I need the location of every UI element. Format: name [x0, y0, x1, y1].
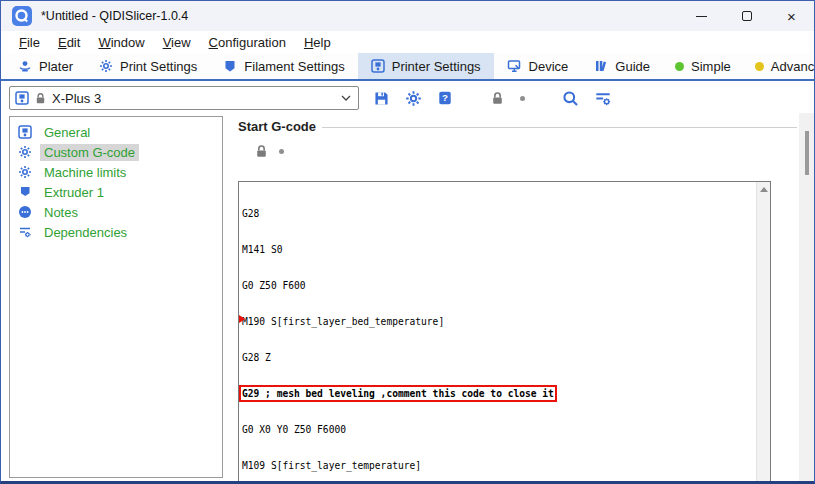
tab-guide[interactable]: Guide	[581, 53, 663, 79]
sidebar-item-custom-gcode[interactable]: Custom G-code	[10, 142, 222, 162]
sidebar-item-label: Notes	[40, 204, 82, 221]
sidebar-item-dependencies[interactable]: Dependencies	[10, 222, 222, 242]
dependencies-icon	[18, 225, 32, 239]
minimize-icon	[696, 16, 707, 17]
sidebar-item-label: General	[40, 124, 94, 141]
gcode-line: G28 Z	[242, 352, 756, 364]
tab-bar: Plater Print Settings Filament Settings …	[1, 53, 814, 81]
tab-print-settings[interactable]: Print Settings	[86, 53, 210, 79]
printer-preset-combo[interactable]: X-Plus 3	[9, 86, 359, 110]
svg-text:?: ?	[442, 92, 448, 103]
lock-icon	[34, 92, 47, 105]
close-button[interactable]: ×	[769, 1, 814, 31]
gcode-line: G0 Z50 F600	[242, 280, 756, 292]
gear-icon	[18, 165, 32, 179]
save-preset-button[interactable]	[373, 90, 390, 107]
tab-filament-settings[interactable]: Filament Settings	[210, 53, 357, 79]
sidebar-item-label: Custom G-code	[40, 144, 139, 161]
menu-configuration[interactable]: Configuration	[200, 33, 295, 52]
chevron-down-icon	[341, 95, 351, 101]
preset-settings-button[interactable]	[405, 90, 422, 107]
search-button[interactable]	[562, 90, 579, 107]
mode-advanced[interactable]: Advanced	[743, 53, 815, 79]
section-rule	[322, 127, 797, 128]
tab-label: Printer Settings	[392, 59, 481, 74]
section-header: Start G-code	[238, 119, 797, 134]
start-gcode-textarea[interactable]: G28 M141 S0 G0 Z50 F600 M190 S[first_lay…	[238, 181, 771, 484]
menu-bar: File Edit Window View Configuration Help	[1, 31, 814, 53]
tab-label: Device	[529, 59, 569, 74]
plater-icon	[18, 59, 32, 73]
section-title: Start G-code	[238, 119, 316, 134]
gear-icon	[99, 59, 113, 73]
gcode-text: G28 M141 S0 G0 Z50 F600 M190 S[first_lay…	[239, 182, 756, 483]
guide-icon	[594, 59, 608, 73]
app-icon	[12, 6, 32, 26]
gcode-line: M109 S[first_layer_temperature]	[242, 460, 756, 472]
maximize-icon	[742, 11, 752, 21]
notes-icon	[18, 205, 32, 219]
sidebar-item-extruder-1[interactable]: Extruder 1	[10, 182, 222, 202]
printer-icon	[15, 91, 29, 105]
printer-icon	[371, 59, 385, 73]
minimize-button[interactable]	[679, 1, 724, 31]
panel-scrollbar-thumb[interactable]	[805, 131, 809, 175]
search-settings-button[interactable]	[594, 90, 612, 107]
window-title: *Untitled - QIDISlicer-1.0.4	[41, 9, 188, 23]
red-annotation-arrow-icon	[238, 304, 245, 334]
panel-scrollbar[interactable]	[799, 113, 814, 481]
preset-toolbar: X-Plus 3 ?	[1, 83, 814, 113]
main-panel: Start G-code G28 M141 S0 G0 Z50 F600 M19…	[231, 113, 799, 481]
menu-file[interactable]: File	[10, 33, 49, 52]
menu-help[interactable]: Help	[295, 33, 340, 52]
tab-label: Filament Settings	[244, 59, 344, 74]
title-bar[interactable]: *Untitled - QIDISlicer-1.0.4 ×	[1, 1, 814, 31]
printer-icon	[18, 125, 32, 139]
menu-view[interactable]: View	[154, 33, 200, 52]
sidebar-item-label: Machine limits	[40, 164, 130, 181]
maximize-button[interactable]	[724, 1, 769, 31]
sidebar-item-machine-limits[interactable]: Machine limits	[10, 162, 222, 182]
mode-label: Simple	[691, 59, 731, 74]
textarea-scrollbar[interactable]	[756, 182, 770, 483]
preset-name: X-Plus 3	[52, 91, 336, 106]
value-dot-icon	[520, 96, 525, 101]
scroll-up-arrow-icon[interactable]	[760, 187, 768, 192]
tab-printer-settings[interactable]: Printer Settings	[358, 53, 494, 79]
mode-simple[interactable]: Simple	[663, 53, 743, 79]
app-window: *Untitled - QIDISlicer-1.0.4 × File Edit…	[0, 0, 815, 484]
lock-icon	[490, 91, 505, 106]
tab-label: Print Settings	[120, 59, 197, 74]
filament-icon	[223, 59, 237, 73]
mode-label: Advanced	[771, 59, 815, 74]
gcode-line: M141 S0	[242, 244, 756, 256]
sidebar-item-notes[interactable]: Notes	[10, 202, 222, 222]
gcode-line: M190 S[first_layer_bed_temperature]	[242, 316, 756, 328]
gcode-line-highlighted: G29 ; mesh bed leveling ,comment this co…	[242, 388, 756, 400]
gcode-line: G0 X0 Y0 Z50 F6000	[242, 424, 756, 436]
extruder-icon	[18, 185, 32, 199]
value-dot-icon[interactable]	[279, 149, 284, 154]
highlight-box: G29 ; mesh bed leveling ,comment this co…	[242, 388, 554, 399]
advanced-dot-icon	[755, 62, 764, 71]
tab-label: Plater	[39, 59, 73, 74]
gcode-line: G28	[242, 208, 756, 220]
device-icon	[507, 59, 522, 73]
close-icon: ×	[787, 9, 796, 24]
help-book-button[interactable]: ?	[437, 90, 453, 106]
sidebar-item-label: Dependencies	[40, 224, 131, 241]
settings-sidebar: General Custom G-code Machine limits Ext…	[9, 116, 223, 478]
tab-device[interactable]: Device	[494, 53, 582, 79]
sidebar-item-label: Extruder 1	[40, 184, 108, 201]
mode-group: Simple Advanced Expert	[663, 53, 815, 79]
lock-icon[interactable]	[254, 144, 269, 159]
tab-label: Guide	[615, 59, 650, 74]
option-flags	[254, 144, 799, 159]
menu-window[interactable]: Window	[89, 33, 153, 52]
gear-icon	[18, 145, 32, 159]
content-area: General Custom G-code Machine limits Ext…	[1, 113, 814, 481]
sidebar-item-general[interactable]: General	[10, 122, 222, 142]
menu-edit[interactable]: Edit	[49, 33, 89, 52]
simple-dot-icon	[675, 62, 684, 71]
tab-plater[interactable]: Plater	[5, 53, 86, 79]
